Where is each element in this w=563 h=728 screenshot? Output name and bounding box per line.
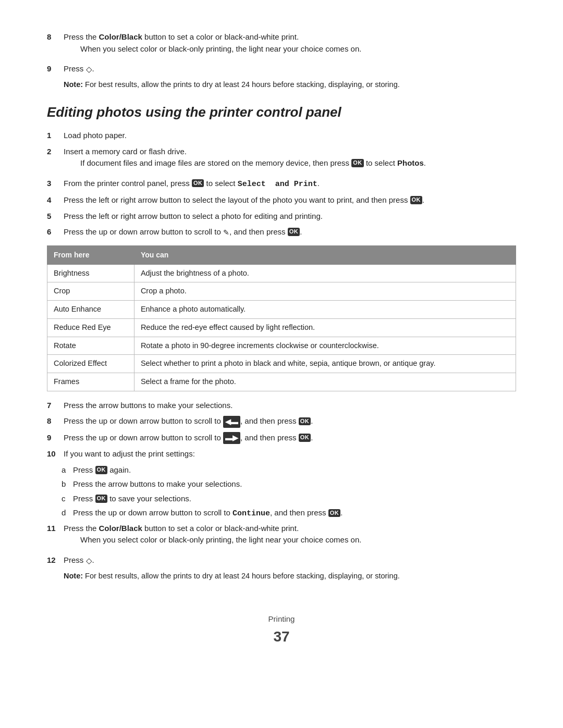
step-content: Press the up or down arrow button to scr… (64, 415, 516, 428)
table-row: Rotate Rotate a photo in 90-degree incre… (47, 337, 516, 355)
step-number: 10 (47, 448, 64, 460)
step-number: 11 (47, 523, 64, 535)
ok-badge: OK (410, 196, 423, 204)
ok-badge: OK (95, 466, 108, 474)
step-text: Press the arrow buttons to make your sel… (73, 479, 242, 488)
table-cell-from: Colorized Effect (47, 355, 134, 373)
step-content: Press the Color/Black button to set a co… (64, 523, 516, 550)
step-8: 8 Press the up or down arrow button to s… (47, 415, 516, 428)
table-row: Frames Select a frame for the photo. (47, 373, 516, 391)
indent-text: When you select color or black-only prin… (64, 43, 516, 55)
ok-badge: OK (351, 159, 364, 167)
table-cell-can: Rotate a photo in 90-degree increments c… (134, 337, 516, 355)
step-content: Press the Color/Black button to set a co… (64, 31, 516, 59)
sub-step-letter: b (62, 478, 73, 490)
ok-badge: OK (299, 417, 311, 425)
ok-badge: OK (288, 228, 300, 236)
step-content: Press ◇. (64, 63, 516, 75)
step-text: Press the up or down arrow button to scr… (73, 508, 342, 517)
step-content: Load photo paper. (64, 130, 516, 142)
note-text: Note: For best results, allow the prints… (64, 572, 400, 580)
arrow-left-icon: ◀▬ (223, 416, 240, 428)
step-number: 4 (47, 194, 64, 206)
step-number: 8 (47, 31, 64, 43)
step-text: From the printer control panel, press OK… (64, 179, 320, 188)
step-text: Press the left or right arrow button to … (64, 212, 323, 220)
table-cell-from: Frames (47, 373, 134, 391)
step-number: 7 (47, 400, 64, 412)
step-content: Press the up or down arrow button to scr… (64, 226, 516, 238)
table-header-from: From here (47, 245, 134, 264)
step-text: Insert a memory card or flash drive. (64, 147, 187, 156)
step-12: 12 Press ◇. (47, 554, 516, 566)
arrow-right-icon: ▬▶ (223, 432, 240, 444)
step-text: Load photo paper. (64, 131, 127, 140)
ok-badge: OK (299, 434, 311, 441)
table-header-can: You can (134, 245, 516, 264)
step-text: Press OK again. (73, 465, 131, 474)
page-number: 37 (47, 626, 516, 648)
table-cell-can: Select a frame for the photo. (134, 373, 516, 391)
step-number: 1 (47, 130, 64, 142)
step-content: Insert a memory card or flash drive. If … (64, 146, 516, 174)
step-text: Press the Color/Black button to set a co… (64, 524, 299, 533)
table-cell-from: Reduce Red Eye (47, 318, 134, 337)
sub-step-d: d Press the up or down arrow button to s… (47, 507, 516, 520)
page-footer: Printing 37 (47, 613, 516, 648)
step-number: 9 (47, 63, 64, 75)
pencil-icon: ✎ (223, 227, 229, 238)
step-content: Press the up or down arrow button to scr… (73, 507, 516, 520)
step-text: Press the up or down arrow button to scr… (64, 433, 313, 442)
step-number: 3 (47, 178, 64, 190)
ok-badge: OK (192, 179, 204, 187)
indent-text: When you select color or black-only prin… (64, 534, 516, 546)
table-row: Brightness Adjust the brightness of a ph… (47, 264, 516, 282)
step-text: Press OK to save your selections. (73, 494, 191, 503)
table-cell-can: Adjust the brightness of a photo. (134, 264, 516, 282)
table-cell-from: Auto Enhance (47, 301, 134, 319)
table-cell-can: Select whether to print a photo in black… (134, 355, 516, 373)
step-number: 5 (47, 211, 64, 223)
step-content: Press OK to save your selections. (73, 493, 516, 505)
table-row: Colorized Effect Select whether to print… (47, 355, 516, 373)
step-1: 1 Load photo paper. (47, 130, 516, 142)
step-content: Press the arrow buttons to make your sel… (73, 478, 516, 490)
table-row: Auto Enhance Enhance a photo automatical… (47, 301, 516, 319)
diamond-icon: ◇ (86, 556, 92, 565)
step-text: If you want to adjust the print settings… (64, 449, 195, 458)
step-text: Press the up or down arrow button to scr… (64, 227, 302, 236)
step-number: 6 (47, 226, 64, 238)
footer-label: Printing (268, 614, 295, 623)
bottom-note: Note: For best results, allow the prints… (47, 571, 516, 582)
step-content: Press the left or right arrow button to … (64, 194, 516, 206)
step-9: 9 Press the up or down arrow button to s… (47, 432, 516, 445)
step-3: 3 From the printer control panel, press … (47, 178, 516, 191)
step-4: 4 Press the left or right arrow button t… (47, 194, 516, 206)
table-row: Crop Crop a photo. (47, 282, 516, 301)
top-step-8: 8 Press the Color/Black button to set a … (47, 31, 516, 59)
step-number: 12 (47, 554, 64, 566)
sub-step-letter: c (62, 493, 73, 505)
step-5: 5 Press the left or right arrow button t… (47, 211, 516, 223)
step-number: 8 (47, 415, 64, 427)
mono-text: Continue (232, 509, 270, 518)
ok-badge: OK (328, 509, 341, 517)
sub-step-a: a Press OK again. (47, 464, 516, 476)
step-content: Press the arrow buttons to make your sel… (64, 400, 516, 412)
step-text: Press the arrow buttons to make your sel… (64, 401, 232, 410)
note-text: Note: For best results, allow the prints… (64, 80, 400, 89)
step-content: From the printer control panel, press OK… (64, 178, 516, 191)
step-10: 10 If you want to adjust the print setti… (47, 448, 516, 460)
table-cell-from: Brightness (47, 264, 134, 282)
table-row: Reduce Red Eye Reduce the red-eye effect… (47, 318, 516, 337)
table-cell-can: Enhance a photo automatically. (134, 301, 516, 319)
step-text: Press the up or down arrow button to scr… (64, 416, 313, 425)
step-text: Press ◇. (64, 64, 94, 73)
top-note: Note: For best results, allow the prints… (47, 79, 516, 91)
step-content: Press the left or right arrow button to … (64, 211, 516, 223)
ok-badge: OK (95, 495, 108, 502)
table-cell-from: Rotate (47, 337, 134, 355)
step-content: Press OK again. (73, 464, 516, 476)
step-7: 7 Press the arrow buttons to make your s… (47, 400, 516, 412)
mono-text: Select and Print (238, 180, 317, 189)
